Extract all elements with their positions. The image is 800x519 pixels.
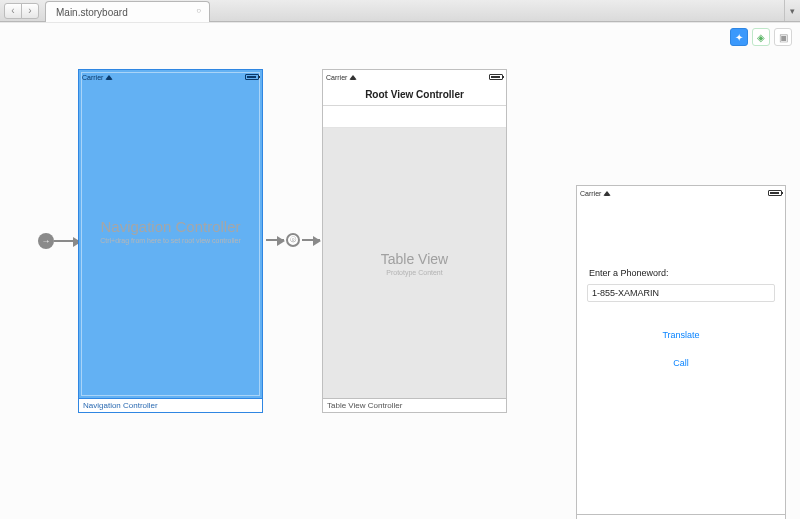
designer-mode-toggle: ✦ ◈ ▣: [730, 28, 792, 46]
table-placeholder-subtitle: Prototype Content: [386, 269, 442, 276]
battery-icon: [768, 190, 782, 196]
table-view[interactable]: Table View Prototype Content: [323, 128, 506, 398]
device-frame: Carrier Navigation Controller Ctrl+drag …: [78, 69, 263, 399]
tab-title: Main.storyboard: [56, 7, 128, 18]
prototype-cell-row[interactable]: [323, 106, 506, 128]
status-bar: Carrier: [577, 186, 785, 200]
back-button[interactable]: ‹: [4, 3, 22, 19]
document-tab-main-storyboard[interactable]: Main.storyboard ○: [45, 1, 210, 23]
status-bar: Carrier: [79, 70, 262, 84]
call-button[interactable]: Call: [587, 358, 775, 368]
nav-controller-title: Navigation Controller: [79, 218, 262, 235]
entry-point-icon: →: [38, 233, 54, 249]
view-content: Enter a Phoneword: 1-855-XAMARIN Transla…: [577, 244, 785, 368]
phoneword-text-field[interactable]: 1-855-XAMARIN: [587, 284, 775, 302]
device-frame: Carrier Enter a Phoneword: 1-855-XAMARIN…: [576, 185, 786, 515]
scene-footer-label[interactable]: Table View Controller: [322, 399, 507, 413]
device-frame: Carrier Root View Controller Table View …: [322, 69, 507, 399]
phoneword-label: Enter a Phoneword:: [589, 268, 775, 278]
segue-line: [302, 239, 320, 241]
segue-line: [54, 240, 80, 242]
relationship-icon: ⦾: [286, 233, 300, 247]
root-relationship-segue[interactable]: ⦾: [266, 233, 320, 247]
phoneword-field-value: 1-855-XAMARIN: [592, 288, 659, 298]
battery-icon: [245, 74, 259, 80]
constraints-mode-button[interactable]: ▣: [774, 28, 792, 46]
wifi-icon: [603, 190, 611, 197]
carrier-label: Carrier: [580, 190, 601, 197]
placeholder-label: Navigation Controller Ctrl+drag from her…: [79, 218, 262, 244]
design-mode-button[interactable]: ✦: [730, 28, 748, 46]
battery-icon: [489, 74, 503, 80]
scene-footer-label[interactable]: View Controller: [576, 515, 786, 519]
scene-navigation-controller[interactable]: Carrier Navigation Controller Ctrl+drag …: [78, 69, 263, 413]
carrier-label: Carrier: [82, 74, 103, 81]
unsaved-indicator-icon: ○: [196, 6, 201, 15]
segue-line: [266, 239, 284, 241]
source-mode-button[interactable]: ◈: [752, 28, 770, 46]
nav-bar-title: Root View Controller: [365, 89, 464, 100]
history-nav: ‹ ›: [0, 0, 39, 21]
table-placeholder-title: Table View: [381, 251, 448, 267]
wifi-icon: [105, 74, 113, 81]
forward-button[interactable]: ›: [21, 3, 39, 19]
storyboard-entry-point[interactable]: →: [38, 233, 80, 249]
nav-controller-hint: Ctrl+drag from here to set root view con…: [79, 237, 262, 244]
scene-footer-label[interactable]: Navigation Controller: [78, 399, 263, 413]
carrier-label: Carrier: [326, 74, 347, 81]
scene-view-controller[interactable]: Carrier Enter a Phoneword: 1-855-XAMARIN…: [576, 185, 786, 519]
editor-toolbar: ‹ › Main.storyboard ○ ▾: [0, 0, 800, 22]
tab-overflow-button[interactable]: ▾: [784, 0, 800, 21]
translate-button[interactable]: Translate: [587, 330, 775, 340]
wifi-icon: [349, 74, 357, 81]
toolbar-spacer: [210, 0, 784, 21]
scene-table-view-controller[interactable]: Carrier Root View Controller Table View …: [322, 69, 507, 413]
status-bar: Carrier: [323, 70, 506, 84]
storyboard-canvas[interactable]: ✦ ◈ ▣ → Carrier Navigation Controller Ct…: [0, 22, 800, 519]
navigation-bar[interactable]: Root View Controller: [323, 84, 506, 106]
